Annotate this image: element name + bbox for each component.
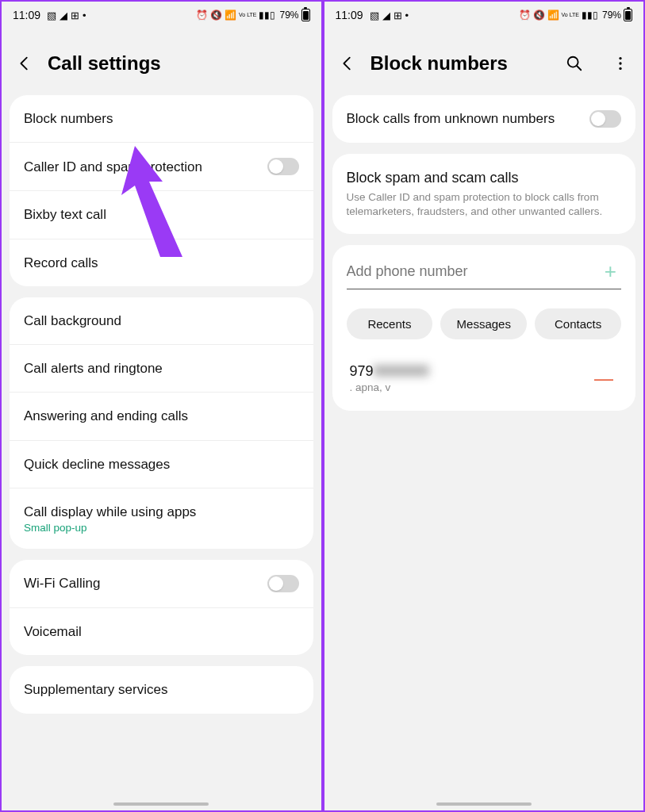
dot-icon: • <box>83 10 86 21</box>
svg-point-3 <box>619 62 621 64</box>
row-label: Quick decline messages <box>24 456 299 473</box>
alarm-icon: ⏰ <box>519 10 531 21</box>
mute-icon: 🔇 <box>533 10 545 21</box>
volte-icon: Vo LTE <box>562 13 579 17</box>
alarm-icon: ⏰ <box>196 10 208 21</box>
row-label: Block spam and scam calls <box>347 169 622 187</box>
block-unknown-toggle[interactable] <box>589 110 621 128</box>
row-block-unknown[interactable]: Block calls from unknown numbers <box>332 95 636 143</box>
header: Call settings <box>2 29 321 95</box>
row-wifi-calling[interactable]: Wi-Fi Calling <box>10 560 313 608</box>
row-subtitle: Small pop-up <box>24 522 299 534</box>
back-icon[interactable] <box>339 55 356 72</box>
chip-contacts[interactable]: Contacts <box>535 308 621 339</box>
row-record-calls[interactable]: Record calls <box>10 239 313 286</box>
row-alerts-ringtone[interactable]: Call alerts and ringtone <box>10 345 313 393</box>
status-time: 11:09 <box>13 9 40 21</box>
phone-right: 11:09 ▧ ◢ ⊞ • ⏰ 🔇 📶 Vo LTE ▮▮▯ 79% Block… <box>321 2 644 810</box>
battery-pct: 79% <box>279 10 298 21</box>
row-block-spam[interactable]: Block spam and scam calls Use Caller ID … <box>332 154 636 234</box>
svg-line-1 <box>577 66 582 71</box>
blocked-label: . apna, v <box>350 381 590 393</box>
row-label: Voicemail <box>24 623 299 640</box>
window-icon: ⊞ <box>71 10 79 21</box>
page-title: Block numbers <box>370 52 538 75</box>
row-label: Bixby text call <box>24 206 299 223</box>
svg-point-2 <box>619 57 621 59</box>
content: Block calls from unknown numbers Block s… <box>324 95 644 422</box>
row-bixby[interactable]: Bixby text call <box>10 191 313 239</box>
page-title: Call settings <box>48 52 307 75</box>
status-bar: 11:09 ▧ ◢ ⊞ • ⏰ 🔇 📶 Vo LTE ▮▮▯ 79% <box>324 2 644 29</box>
row-supplementary[interactable]: Supplementary services <box>10 666 313 713</box>
dot-icon: • <box>405 10 409 21</box>
status-bar: 11:09 ▧ ◢ ⊞ • ⏰ 🔇 📶 Vo LTE ▮▮▯ 79% <box>2 2 321 29</box>
remove-icon[interactable]: — <box>589 367 618 389</box>
row-call-background[interactable]: Call background <box>10 297 313 345</box>
chip-messages[interactable]: Messages <box>440 308 527 339</box>
svg-point-4 <box>619 67 621 70</box>
back-icon[interactable] <box>16 55 33 72</box>
row-quick-decline[interactable]: Quick decline messages <box>10 441 313 488</box>
group-unknown: Block calls from unknown numbers <box>332 95 636 143</box>
row-caller-id[interactable]: Caller ID and spam protection <box>10 143 313 191</box>
mute-icon: 🔇 <box>210 10 222 21</box>
row-label: Call background <box>24 312 299 329</box>
nav-handle[interactable] <box>113 802 209 806</box>
group-spam: Block spam and scam calls Use Caller ID … <box>332 154 636 234</box>
phone-input-row: + <box>347 259 622 289</box>
wifi-calling-toggle[interactable] <box>267 575 299 592</box>
row-label: Call display while using apps <box>24 504 299 520</box>
status-left-icons: ▧ ◢ ⊞ • <box>47 10 86 21</box>
battery-icon <box>301 9 310 21</box>
image-icon: ▧ <box>370 10 379 21</box>
row-block-numbers[interactable]: Block numbers <box>10 95 313 143</box>
source-chips: Recents Messages Contacts <box>347 308 622 339</box>
row-voicemail[interactable]: Voicemail <box>10 608 313 655</box>
window-icon: ⊞ <box>394 10 402 21</box>
send-icon: ◢ <box>382 10 390 21</box>
row-call-display-apps[interactable]: Call display while using appsSmall pop-u… <box>10 488 313 549</box>
settings-group-1: Block numbers Caller ID and spam protect… <box>10 95 313 286</box>
row-label: Call alerts and ringtone <box>24 360 299 377</box>
settings-group-2: Call background Call alerts and ringtone… <box>10 297 313 549</box>
settings-group-4: Supplementary services <box>10 666 313 713</box>
search-icon[interactable] <box>566 55 583 72</box>
row-label: Block numbers <box>24 110 299 127</box>
battery-pct: 79% <box>602 10 621 21</box>
wifi-icon: 📶 <box>225 10 236 21</box>
signal-icon: ▮▮▯ <box>259 10 275 21</box>
caller-id-toggle[interactable] <box>267 158 299 175</box>
row-answering-ending[interactable]: Answering and ending calls <box>10 393 313 440</box>
status-time: 11:09 <box>336 9 363 21</box>
row-label: Caller ID and spam protection <box>24 159 267 175</box>
add-icon[interactable]: + <box>600 259 621 284</box>
settings-group-3: Wi-Fi Calling Voicemail <box>10 560 313 655</box>
chip-recents[interactable]: Recents <box>347 308 433 339</box>
row-label: Supplementary services <box>24 681 299 698</box>
blocked-number: 9790000000 <box>350 363 590 380</box>
status-left-icons: ▧ ◢ ⊞ • <box>370 10 409 21</box>
send-icon: ◢ <box>60 10 67 21</box>
row-label: Record calls <box>24 255 299 271</box>
signal-icon: ▮▮▯ <box>582 10 598 21</box>
phone-input[interactable] <box>347 263 600 280</box>
row-label: Answering and ending calls <box>24 408 299 424</box>
group-add-number: + Recents Messages Contacts 9790000000 .… <box>332 245 636 411</box>
volte-icon: Vo LTE <box>239 13 256 17</box>
wifi-icon: 📶 <box>547 10 559 21</box>
row-description: Use Caller ID and spam protection to blo… <box>347 190 622 219</box>
nav-handle[interactable] <box>436 802 532 806</box>
row-label: Wi-Fi Calling <box>24 575 267 592</box>
header: Block numbers <box>324 29 644 95</box>
status-right-icons: ⏰ 🔇 📶 Vo LTE ▮▮▯ 79% <box>196 9 309 21</box>
status-right-icons: ⏰ 🔇 📶 Vo LTE ▮▮▯ 79% <box>519 9 632 21</box>
battery-icon <box>624 9 632 21</box>
row-label: Block calls from unknown numbers <box>347 110 590 127</box>
content: Block numbers Caller ID and spam protect… <box>2 95 321 725</box>
phone-left: 11:09 ▧ ◢ ⊞ • ⏰ 🔇 📶 Vo LTE ▮▮▯ 79% Call … <box>2 2 321 810</box>
image-icon: ▧ <box>47 10 56 21</box>
blocked-number-item[interactable]: 9790000000 . apna, v — <box>347 363 622 393</box>
more-icon[interactable] <box>612 55 629 72</box>
